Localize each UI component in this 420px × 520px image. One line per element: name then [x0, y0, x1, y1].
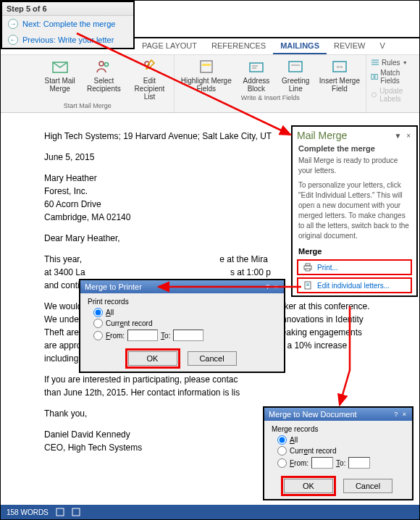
pane-text-1: Mail Merge is ready to produce your lett…	[293, 156, 416, 180]
dialog-title: Merge to New Document	[269, 410, 357, 419]
word-count[interactable]: 158 WORDS	[7, 508, 49, 516]
radio-all[interactable]	[277, 435, 287, 445]
ok-button[interactable]: OK	[284, 479, 333, 493]
insert-field-icon: «»	[331, 58, 348, 75]
update-icon	[371, 91, 377, 99]
to-input[interactable]	[348, 457, 370, 469]
tab-review[interactable]: REVIEW	[327, 38, 372, 54]
mail-merge-icon	[51, 58, 69, 75]
printer-icon	[303, 263, 313, 272]
pane-title: Mail Merge	[297, 130, 347, 141]
svg-rect-14	[375, 75, 377, 80]
match-icon	[371, 72, 378, 81]
spellcheck-icon[interactable]	[56, 508, 64, 516]
pane-merge-header: Merge	[293, 246, 416, 257]
radio-all[interactable]	[93, 308, 103, 317]
pane-text-2: To personalize your letters, click "Edit…	[293, 180, 416, 246]
radio-from[interactable]	[277, 458, 287, 468]
wizard-step-header: Step 5 of 6	[2, 2, 133, 16]
update-labels-button[interactable]: Update Labels	[371, 87, 415, 103]
wizard-next-label: Next: Complete the merge	[22, 20, 115, 28]
rules-icon	[371, 58, 379, 67]
radio-current[interactable]	[93, 319, 103, 328]
annotation-arrow-1	[73, 30, 298, 138]
print-records-label: Print records	[88, 298, 277, 306]
radio-current[interactable]	[277, 446, 287, 456]
from-input[interactable]	[311, 457, 333, 469]
svg-rect-17	[306, 269, 310, 271]
macro-icon[interactable]	[72, 508, 80, 516]
pane-print-link[interactable]: Print...	[297, 259, 412, 275]
status-bar: 158 WORDS	[1, 505, 419, 519]
match-fields-button[interactable]: Match Fields	[371, 69, 415, 85]
merge-records-label: Merge records	[272, 425, 405, 433]
merge-to-new-document-dialog: Merge to New Document ? × Merge records …	[263, 406, 413, 500]
svg-rect-13	[371, 75, 374, 80]
ok-button[interactable]: OK	[128, 351, 177, 366]
svg-text:«»: «»	[336, 64, 343, 70]
dialog-title-buttons[interactable]: ? ×	[394, 411, 408, 418]
annotation-arrow-2	[153, 281, 305, 293]
radio-from[interactable]	[93, 331, 103, 340]
insert-merge-field-button[interactable]: «» Insert Merge Field	[318, 58, 361, 93]
dialog-title: Merge to Printer	[85, 282, 142, 291]
merge-to-printer-dialog: Merge to Printer ? × Print records All C…	[79, 279, 285, 373]
pane-subtitle: Complete the merge	[293, 144, 416, 156]
from-input[interactable]	[127, 330, 158, 341]
cancel-button[interactable]: Cancel	[188, 351, 237, 366]
annotation-arrow-3	[334, 305, 356, 410]
tab-view[interactable]: V	[372, 38, 392, 54]
arrow-left-icon: ←	[8, 35, 18, 45]
rules-button[interactable]: Rules▼	[371, 58, 415, 67]
svg-rect-21	[56, 508, 64, 516]
pane-edit-letters-link[interactable]: Edit individual letters...	[297, 277, 412, 293]
svg-rect-16	[306, 264, 310, 266]
svg-rect-22	[72, 508, 80, 516]
to-input[interactable]	[173, 330, 203, 341]
mail-merge-pane: Mail Merge ▼ × Complete the merge Mail M…	[291, 125, 418, 297]
arrow-right-icon: →	[8, 19, 18, 29]
cancel-button[interactable]: Cancel	[343, 479, 392, 493]
pane-close-icon[interactable]: ▼ ×	[394, 132, 412, 140]
